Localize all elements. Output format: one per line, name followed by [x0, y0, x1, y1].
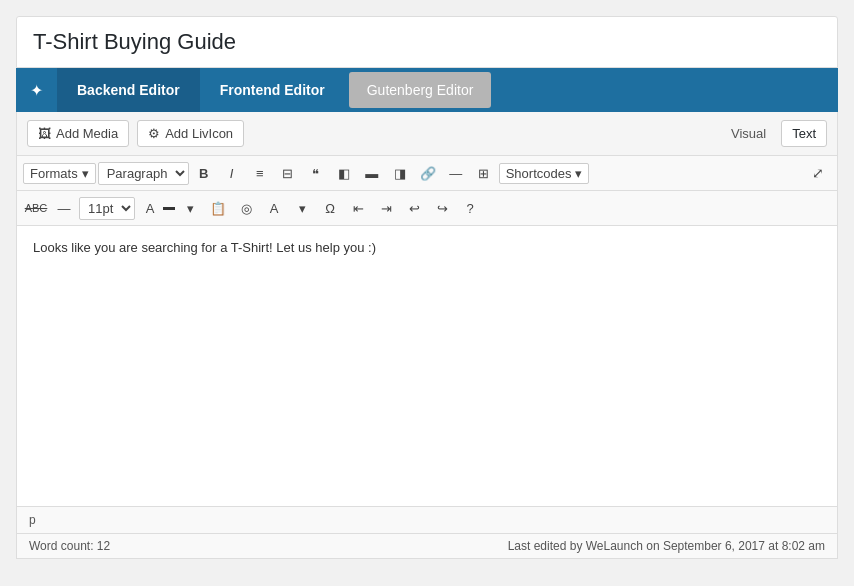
- word-count-text: Word count: 12: [29, 539, 110, 553]
- redo-button[interactable]: ↪: [429, 195, 455, 221]
- editor-content-paragraph: Looks like you are searching for a T-Shi…: [33, 238, 821, 259]
- page-wrapper: T-Shirt Buying Guide ✦ Backend Editor Fr…: [0, 0, 854, 575]
- indent-out-button[interactable]: ⇤: [345, 195, 371, 221]
- align-center-button[interactable]: ▬: [359, 160, 385, 186]
- font-color-dropdown[interactable]: ▾: [177, 195, 203, 221]
- media-bar: 🖼 Add Media ⚙ Add LivIcon Visual Text: [16, 112, 838, 156]
- help-button[interactable]: ?: [457, 195, 483, 221]
- undo-button[interactable]: ↩: [401, 195, 427, 221]
- shortcodes-label: Shortcodes: [506, 166, 572, 181]
- media-bar-left: 🖼 Add Media ⚙ Add LivIcon: [27, 120, 244, 147]
- media-bar-right: Visual Text: [720, 120, 827, 147]
- align-right-button[interactable]: ◨: [387, 160, 413, 186]
- special-char-button[interactable]: Ω: [317, 195, 343, 221]
- add-media-button[interactable]: 🖼 Add Media: [27, 120, 129, 147]
- font-size-select[interactable]: 11pt: [79, 197, 135, 220]
- highlight-button[interactable]: A: [261, 195, 287, 221]
- paragraph-indicator: p: [29, 513, 36, 527]
- strikethrough-button[interactable]: ABC: [23, 195, 49, 221]
- align-left-button[interactable]: ◧: [331, 160, 357, 186]
- toolbar-row2: ABC — 11pt A ▾ 📋 ◎ A ▾ Ω ⇤ ⇥ ↩ ↪ ?: [17, 191, 837, 226]
- indent-in-button[interactable]: ⇥: [373, 195, 399, 221]
- formats-chevron-icon: ▾: [82, 166, 89, 181]
- blockquote-button[interactable]: ❝: [303, 160, 329, 186]
- shortcodes-chevron-icon: ▾: [575, 166, 582, 181]
- editor-icon: ✦: [16, 69, 57, 112]
- formats-label: Formats: [30, 166, 78, 181]
- title-bar: T-Shirt Buying Guide: [16, 16, 838, 68]
- editor-tabs-bar: ✦ Backend Editor Frontend Editor Gutenbe…: [16, 68, 838, 112]
- unordered-list-button[interactable]: ≡: [247, 160, 273, 186]
- text-view-button[interactable]: Text: [781, 120, 827, 147]
- fullscreen-button[interactable]: ⤢: [805, 160, 831, 186]
- toolbar-row1: Formats ▾ Paragraph B I ≡ ⊟ ❝ ◧ ▬ ◨ 🔗 — …: [17, 156, 837, 191]
- add-media-icon: 🖼: [38, 126, 51, 141]
- frontend-editor-tab[interactable]: Frontend Editor: [200, 68, 345, 112]
- gutenberg-editor-tab[interactable]: Gutenberg Editor: [349, 72, 492, 108]
- add-media-label: Add Media: [56, 126, 118, 141]
- backend-editor-tab[interactable]: Backend Editor: [57, 68, 200, 112]
- font-color-button[interactable]: A: [137, 195, 163, 221]
- visual-view-button[interactable]: Visual: [720, 120, 777, 147]
- shortcodes-dropdown[interactable]: Shortcodes ▾: [499, 163, 590, 184]
- editor-content-area[interactable]: Looks like you are searching for a T-Shi…: [17, 226, 837, 506]
- word-count-label: Word count:: [29, 539, 93, 553]
- livicon-icon: ⚙: [148, 126, 160, 141]
- word-count-value: 12: [97, 539, 110, 553]
- clear-formatting-button[interactable]: ◎: [233, 195, 259, 221]
- paragraph-select[interactable]: Paragraph: [98, 162, 189, 185]
- editor-container: Formats ▾ Paragraph B I ≡ ⊟ ❝ ◧ ▬ ◨ 🔗 — …: [16, 156, 838, 559]
- table-button[interactable]: ⊞: [471, 160, 497, 186]
- word-count-bar: Word count: 12 Last edited by WeLaunch o…: [17, 533, 837, 558]
- formats-dropdown[interactable]: Formats ▾: [23, 163, 96, 184]
- font-color-indicator: [163, 207, 175, 210]
- link-button[interactable]: 🔗: [415, 160, 441, 186]
- add-livicon-button[interactable]: ⚙ Add LivIcon: [137, 120, 244, 147]
- italic-button[interactable]: I: [219, 160, 245, 186]
- hr-line-button[interactable]: —: [51, 195, 77, 221]
- highlight-dropdown[interactable]: ▾: [289, 195, 315, 221]
- paste-text-button[interactable]: 📋: [205, 195, 231, 221]
- page-title: T-Shirt Buying Guide: [33, 29, 821, 55]
- bold-button[interactable]: B: [191, 160, 217, 186]
- add-livicon-label: Add LivIcon: [165, 126, 233, 141]
- editor-footer: p: [17, 506, 837, 533]
- hr-button[interactable]: —: [443, 160, 469, 186]
- last-edited-text: Last edited by WeLaunch on September 6, …: [508, 539, 825, 553]
- ordered-list-button[interactable]: ⊟: [275, 160, 301, 186]
